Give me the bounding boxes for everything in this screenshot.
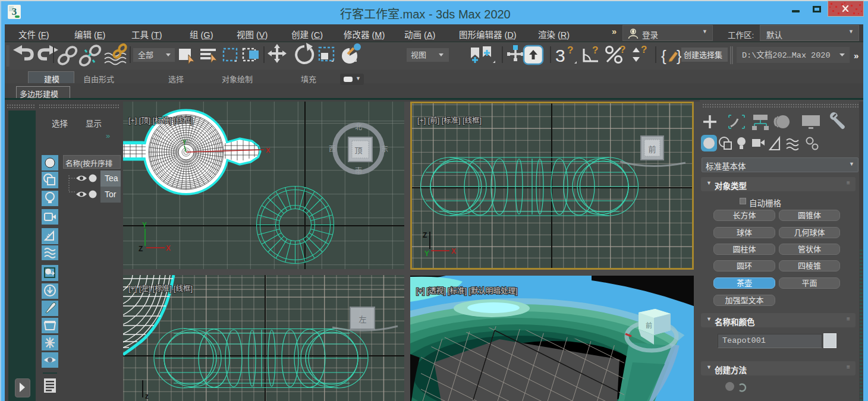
svg-text:?: ? — [592, 45, 598, 56]
svg-text:视图: 视图 — [411, 50, 426, 59]
svg-text:D:\文档202…Max 2020: D:\文档202…Max 2020 — [742, 50, 831, 60]
svg-text:Y: Y — [142, 221, 147, 229]
svg-text:?: ? — [619, 44, 625, 55]
svg-text:Y: Y — [424, 250, 429, 258]
svg-text:X: X — [266, 147, 271, 154]
svg-text:Z: Z — [139, 245, 143, 253]
svg-text:?: ? — [567, 45, 573, 56]
svg-text:}: } — [677, 47, 682, 65]
svg-text:顶: 顶 — [354, 144, 362, 156]
svg-text:创建选择集: 创建选择集 — [684, 50, 722, 59]
svg-text:前: 前 — [646, 320, 652, 330]
svg-text:»: » — [854, 50, 858, 61]
svg-text:3: 3 — [555, 46, 565, 65]
svg-text:[+] [透视] [标准] [默认明暗处理]: [+] [透视] [标准] [默认明暗处理] — [416, 286, 518, 295]
svg-text:前: 前 — [648, 143, 656, 154]
svg-text:左: 左 — [358, 313, 366, 324]
svg-text:东: 东 — [381, 143, 388, 153]
svg-text:{: { — [661, 47, 666, 65]
svg-text:Z: Z — [423, 231, 427, 239]
svg-text:X: X — [451, 247, 456, 255]
svg-text:X: X — [166, 244, 171, 252]
svg-text:z: z — [145, 392, 149, 400]
svg-text:Y: Y — [183, 139, 187, 146]
svg-text:全部: 全部 — [138, 50, 153, 59]
svg-text:?: ? — [641, 44, 647, 55]
svg-text:南: 南 — [355, 165, 362, 175]
svg-text:西: 西 — [329, 143, 336, 153]
svg-text:北: 北 — [355, 121, 362, 131]
